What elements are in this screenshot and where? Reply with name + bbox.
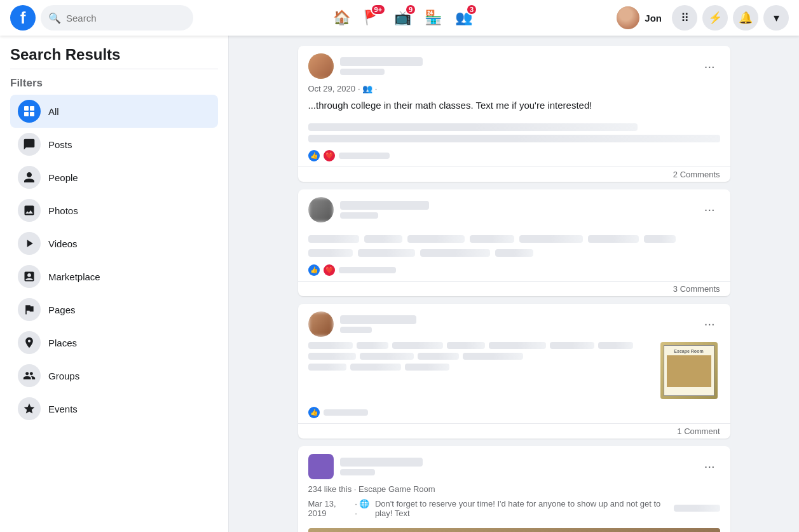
sidebar-item-label-groups: Groups (48, 371, 79, 381)
blur-line (405, 364, 449, 371)
video-nav-button[interactable]: 📺 9 (387, 3, 418, 33)
comment-count[interactable]: 1 Comment (677, 426, 720, 436)
home-icon: 🏠 (333, 10, 350, 26)
people-icon (18, 166, 41, 189)
bell-icon: 🔔 (739, 11, 753, 25)
like-reaction-icon: 👍 (308, 264, 320, 276)
post-header-info (340, 458, 693, 475)
posts-icon (18, 133, 41, 156)
sidebar-item-videos[interactable]: Videos (10, 227, 218, 260)
post-blurred-content (298, 228, 730, 262)
post-reactions: 👍 (298, 404, 730, 423)
reaction-blur (324, 409, 368, 416)
sidebar-divider (10, 69, 218, 69)
reaction-blur (339, 153, 390, 159)
marketplace-nav-button[interactable]: 🏪 (418, 3, 448, 33)
blur-line (308, 249, 353, 257)
apps-grid-button[interactable]: ⠿ (672, 5, 697, 31)
blur-line (598, 342, 633, 349)
post-author-name (340, 315, 416, 324)
events-icon (18, 397, 41, 420)
pages-icon (18, 298, 41, 321)
post-more-button[interactable]: ··· (699, 57, 720, 76)
search-icon: 🔍 (48, 12, 61, 24)
post-likes: 234 like this · Escape Game Room (298, 484, 730, 499)
love-reaction-icon: ❤️ (324, 150, 335, 161)
search-bar[interactable]: 🔍 (41, 5, 193, 31)
sidebar-item-posts[interactable]: Posts (10, 128, 218, 161)
blur-line (308, 364, 346, 371)
post-reactions: 👍 ❤️ (298, 147, 730, 167)
post-meta: Oct 29, 2020 · 👥 · (298, 84, 730, 99)
nav-center-icons: 🏠 🚩 9+ 📺 9 🏪 👥 3 (193, 3, 611, 33)
post-more-button[interactable]: ··· (699, 314, 720, 334)
blur-line (392, 342, 443, 349)
sidebar-item-label-people: People (48, 172, 78, 183)
post-more-button[interactable]: ··· (699, 200, 720, 219)
post-header: ··· (298, 189, 730, 228)
facebook-logo[interactable]: f (10, 5, 36, 31)
sidebar-item-groups[interactable]: Groups (10, 359, 218, 392)
comment-count[interactable]: 2 Comments (673, 170, 720, 179)
post-card: ··· (298, 304, 730, 439)
sidebar-item-pages[interactable]: Pages (10, 293, 218, 326)
post-card: ··· Oct 29, 2020 · 👥 · ...through colleg… (298, 46, 730, 182)
reaction-blur (339, 267, 396, 273)
post-date: Oct 29, 2020 (308, 84, 355, 93)
flag-nav-button[interactable]: 🚩 9+ (357, 3, 387, 33)
post-likes-text: 234 like this · Escape Game Room (308, 484, 435, 494)
post-content-with-image: Escape Room (298, 342, 730, 404)
post-privacy-icon: · 👥 · (358, 84, 377, 93)
post-meta: Mar 13, 2019 · 🌐 · Don't forget to reser… (298, 499, 730, 523)
post-avatar (308, 454, 334, 479)
search-input[interactable] (66, 13, 186, 24)
sidebar-item-places[interactable]: Places (10, 326, 218, 359)
groups-nav-button[interactable]: 👥 3 (448, 3, 479, 33)
post-reactions: 👍 ❤️ (298, 262, 730, 281)
sidebar-item-people[interactable]: People (10, 161, 218, 194)
post-author-name (340, 57, 423, 66)
sidebar-item-marketplace[interactable]: Marketplace (10, 260, 218, 293)
post-image: Escape Room (660, 342, 718, 399)
sidebar-item-label-events: Events (48, 404, 78, 414)
blur-line (308, 135, 720, 142)
blur-line (357, 342, 388, 349)
sidebar-item-photos[interactable]: Photos (10, 194, 218, 227)
post-header: ··· (298, 446, 730, 484)
blur-line (308, 342, 353, 349)
page-title: Search Results (10, 46, 218, 64)
post-more-button[interactable]: ··· (699, 456, 720, 476)
comment-count[interactable]: 3 Comments (673, 284, 720, 294)
post-avatar (308, 311, 334, 337)
notifications-button[interactable]: 🔔 (733, 5, 758, 31)
post-card: ··· (298, 189, 730, 296)
blur-line (470, 235, 514, 243)
results-list: ··· Oct 29, 2020 · 👥 · ...through colleg… (298, 46, 730, 532)
blur-line (420, 249, 490, 257)
messenger-button[interactable]: ⚡ (702, 5, 728, 31)
photos-icon (18, 199, 41, 222)
sidebar-item-label-places: Places (48, 338, 77, 348)
svg-rect-3 (30, 112, 34, 116)
filters-label: Filters (10, 77, 218, 90)
blur-line (308, 353, 356, 360)
blur-line (550, 342, 594, 349)
blur-line (364, 235, 402, 243)
flag-badge: 9+ (371, 4, 386, 15)
blur-line (358, 249, 415, 257)
blur-line (588, 235, 639, 243)
video-badge: 9 (405, 4, 416, 15)
svg-rect-0 (24, 106, 29, 111)
post-date: Mar 13, 2019 (308, 499, 353, 518)
post-header: ··· (298, 46, 730, 84)
account-menu-button[interactable]: ▾ (763, 5, 789, 31)
home-nav-button[interactable]: 🏠 (326, 3, 357, 33)
username-label: Jon (645, 13, 662, 24)
sidebar-item-all[interactable]: All (10, 95, 218, 128)
post-author-sub (340, 69, 385, 75)
user-profile-button[interactable]: Jon (611, 4, 667, 32)
blur-line (463, 353, 523, 360)
blur-line (308, 123, 638, 131)
sidebar-item-events[interactable]: Events (10, 392, 218, 425)
marketplace-icon (18, 265, 41, 288)
